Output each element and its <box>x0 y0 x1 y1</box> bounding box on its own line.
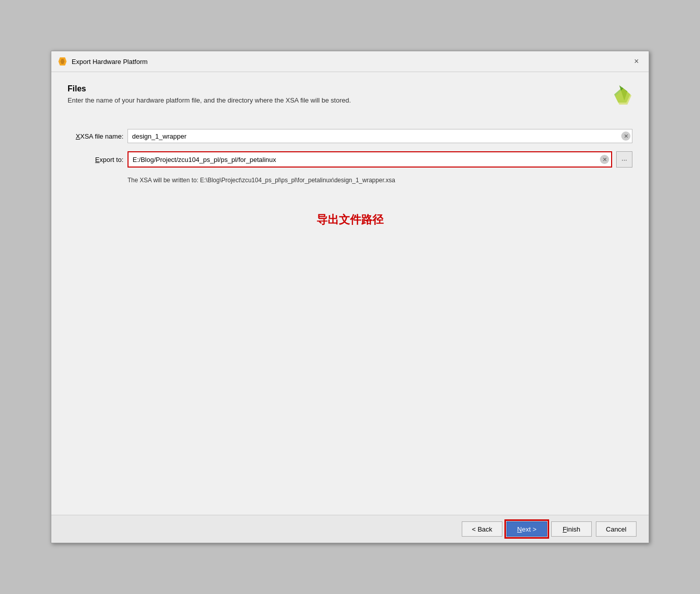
export-to-input-wrapper: ✕ <box>128 151 612 168</box>
logo-icon <box>608 84 632 109</box>
xsa-clear-button[interactable]: ✕ <box>621 131 630 141</box>
next-button[interactable]: Next > <box>506 521 547 537</box>
export-to-input[interactable] <box>129 152 598 167</box>
close-button[interactable]: × <box>630 55 643 68</box>
xsa-path-info: The XSA will be written to: E:\Blog\Proj… <box>128 177 632 184</box>
app-icon <box>57 56 68 67</box>
svg-marker-5 <box>615 88 631 105</box>
back-button[interactable]: < Back <box>462 521 502 537</box>
annotation-text: 导出文件路径 <box>68 212 632 227</box>
export-clear-button[interactable]: ✕ <box>600 155 609 164</box>
form-section: XXSA file name: ✕ Export to: ✕ ··· <box>68 129 632 184</box>
dialog-title: Export Hardware Platform <box>72 58 148 65</box>
footer: < Back Next > Finish Cancel <box>51 515 649 543</box>
cancel-button[interactable]: Cancel <box>596 521 637 537</box>
header-section: Files Enter the name of your hardware pl… <box>68 84 632 109</box>
header-text: Files Enter the name of your hardware pl… <box>68 84 608 104</box>
xsa-filename-label: XXSA file name: <box>68 133 123 140</box>
section-title: Files <box>68 84 608 93</box>
xsa-filename-input[interactable] <box>128 129 632 143</box>
title-bar: Export Hardware Platform × <box>51 51 649 72</box>
finish-button[interactable]: Finish <box>551 521 592 537</box>
xsa-filename-row: XXSA file name: ✕ <box>68 129 632 143</box>
export-to-label: Export to: <box>68 156 123 163</box>
xsa-filename-input-wrapper: ✕ <box>128 129 632 143</box>
browse-button[interactable]: ··· <box>616 151 632 168</box>
title-bar-left: Export Hardware Platform <box>57 56 148 67</box>
content-area: Files Enter the name of your hardware pl… <box>51 72 649 515</box>
export-hardware-platform-dialog: Export Hardware Platform × Files Enter t… <box>51 51 649 543</box>
section-desc: Enter the name of your hardware platform… <box>68 96 608 104</box>
export-to-row: Export to: ✕ ··· <box>68 151 632 168</box>
